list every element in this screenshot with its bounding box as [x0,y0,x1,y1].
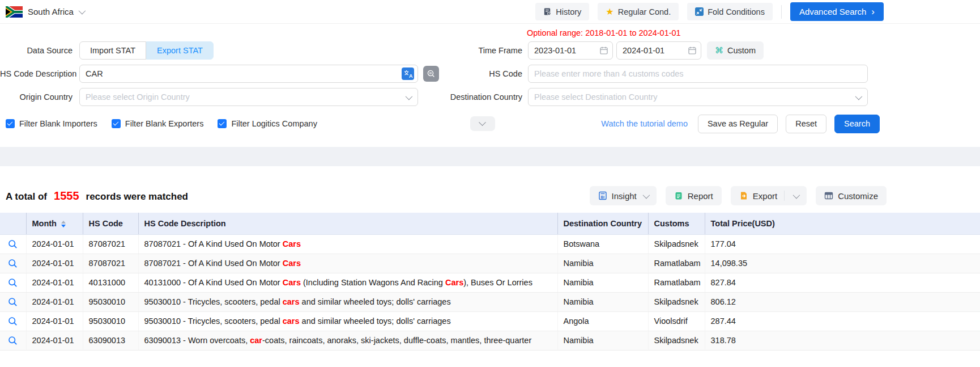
custom-range-label: Custom [727,46,756,55]
row-month: 2024-01-01 [26,311,83,331]
row-hs-code: 87087021 [83,254,138,273]
export-button[interactable]: Export [731,186,807,205]
filter-blank-importers-label: Filter Blank Importers [19,119,97,128]
row-description: 87087021 - Of A Kind Used On Motor Cars [138,254,557,273]
report-label: Report [688,191,713,201]
sort-icon[interactable] [61,221,66,227]
svg-text:A: A [409,73,413,79]
magnifier-icon[interactable] [8,297,18,307]
regular-cond-button[interactable]: ★ Regular Cond. [598,3,679,20]
filter-blank-exporters-checkbox[interactable]: Filter Blank Exporters [112,119,204,128]
regular-cond-label: Regular Cond. [618,7,671,16]
calendar-icon [688,46,697,55]
row-hs-code: 87087021 [83,234,138,254]
row-hs-code: 95030010 [83,311,138,331]
row-total-price: 14,098.35 [705,254,980,273]
filter-blank-importers-checkbox[interactable]: Filter Blank Importers [6,119,97,128]
report-icon [674,191,683,200]
row-customs: Vioolsdrif [648,311,705,331]
row-detail-cell [0,331,26,350]
reset-button[interactable]: Reset [786,115,826,133]
row-total-price: 177.04 [705,234,980,254]
fuzzy-match-icon[interactable] [423,66,439,82]
magnifier-icon[interactable] [8,336,18,345]
row-detail-cell [0,311,26,331]
magnifier-icon[interactable] [8,278,18,288]
row-total-price: 806.12 [705,292,980,311]
chevron-down-icon[interactable] [793,191,800,199]
row-destination-country: Namibia [557,292,648,311]
south-africa-flag-icon [6,6,23,18]
button-divider [784,191,785,201]
row-detail-cell [0,254,26,273]
chevron-down-icon [642,191,650,199]
save-as-regular-button[interactable]: Save as Regular [698,115,778,133]
hs-code-description-label: HS Code Description [0,69,79,78]
detail-column-header [0,213,26,234]
history-label: History [556,7,581,16]
fold-conditions-button[interactable]: Fold Conditions [687,3,773,20]
magnifier-icon[interactable] [8,259,18,268]
advanced-search-button[interactable]: Advanced Search › [790,2,884,21]
results-section: A total of 1555 records were matched BI … [0,166,980,351]
checkbox-checked-icon [112,119,121,128]
row-month: 2024-01-01 [26,331,83,350]
row-total-price: 827.84 [705,273,980,292]
results-summary: A total of 1555 records were matched [6,189,188,203]
data-source-label: Data Source [0,46,79,55]
customize-button[interactable]: Customize [816,186,887,205]
translate-icon[interactable]: A [402,68,414,80]
hs-code-input[interactable] [528,65,868,83]
country-selector[interactable]: South Africa [6,6,84,18]
filter-logitics-company-checkbox[interactable]: Filter Logitics Company [218,119,317,128]
hs-code-label: HS Code [448,69,528,78]
destination-country-select[interactable] [528,88,868,106]
table-header-row: Month HS Code HS Code Description Destin… [0,213,980,234]
table-row: 2024-01-01 87087021 87087021 - Of A Kind… [0,254,980,273]
month-header-label: Month [32,219,57,228]
hs-code-description-column-header: HS Code Description [138,213,557,234]
insight-icon: BI [598,191,607,200]
star-icon: ★ [606,7,613,16]
insight-button[interactable]: BI Insight [590,186,657,205]
expand-conditions-button[interactable] [470,116,495,131]
tutorial-demo-link[interactable]: Watch the tutorial demo [601,119,688,128]
origin-country-label: Origin Country [0,92,79,102]
row-hs-code: 95030010 [83,292,138,311]
history-icon [543,7,552,16]
export-stat-tab[interactable]: Export STAT [146,41,214,60]
search-button[interactable]: Search [834,115,880,133]
magnifier-icon[interactable] [8,239,18,249]
import-stat-tab[interactable]: Import STAT [79,41,146,60]
table-row: 2024-01-01 87087021 87087021 - Of A Kind… [0,234,980,254]
custom-range-button[interactable]: ⌘ Custom [707,41,764,60]
table-body: 2024-01-01 87087021 87087021 - Of A Kind… [0,234,980,350]
customize-label: Customize [838,191,878,201]
row-month: 2024-01-01 [26,292,83,311]
destination-country-label: Destination Country [448,92,528,102]
topbar: South Africa History ★ Regular Cond. Fol… [0,0,980,24]
toolbar-divider [781,5,782,19]
checkbox-checked-icon [218,119,227,128]
report-button[interactable]: Report [666,186,722,205]
customs-column-header: Customs [648,213,705,234]
calendar-icon [599,46,608,55]
row-detail-cell [0,273,26,292]
row-total-price: 318.78 [705,331,980,350]
magnifier-icon[interactable] [8,317,18,326]
origin-country-select[interactable] [79,88,418,106]
table-row: 2024-01-01 95030010 95030010 - Tricycles… [0,311,980,331]
export-icon [739,191,748,200]
table-row: 2024-01-01 40131000 40131000 - Of A Kind… [0,273,980,292]
history-button[interactable]: History [535,3,589,20]
row-hs-code: 40131000 [83,273,138,292]
row-detail-cell [0,292,26,311]
checkbox-checked-icon [6,119,15,128]
search-form: Optional range: 2018-01-01 to 2024-01-01… [0,24,980,147]
chevron-right-icon: › [871,7,875,16]
row-description: 63090013 - Worn overcoats, car-coats, ra… [138,331,557,350]
month-column-header[interactable]: Month [26,213,83,234]
row-month: 2024-01-01 [26,273,83,292]
hs-code-description-input[interactable] [79,65,418,83]
insight-label: Insight [612,191,637,201]
